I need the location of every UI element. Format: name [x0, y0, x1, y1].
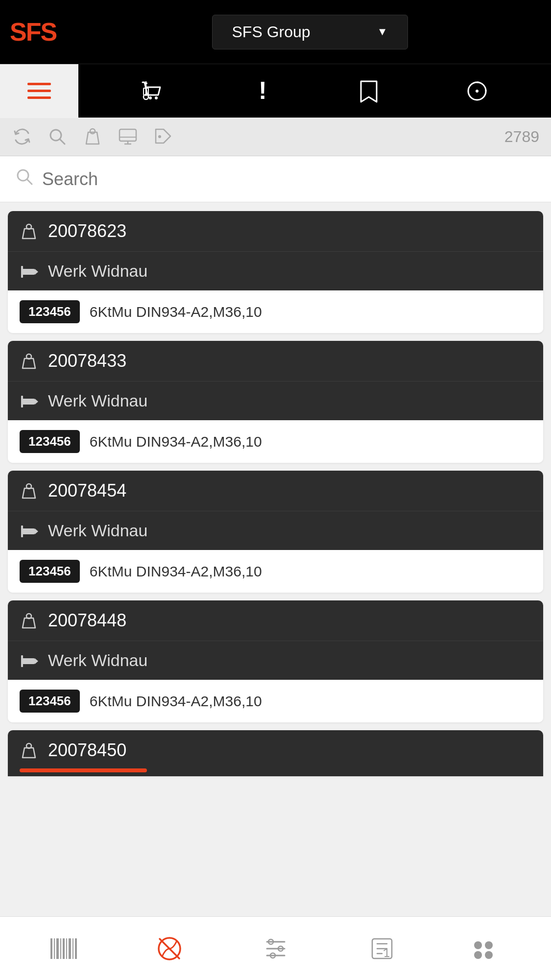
tag-icon: [153, 126, 173, 147]
filter-list-icon: [262, 935, 289, 962]
order-id: 20078450: [48, 740, 126, 761]
group-dropdown[interactable]: SFS Group ▼: [212, 15, 408, 49]
svg-point-1: [155, 96, 158, 99]
menu-button[interactable]: [0, 64, 78, 118]
svg-point-60: [485, 941, 493, 949]
refresh-nav-button[interactable]: [460, 74, 494, 108]
svg-marker-34: [35, 658, 38, 664]
card-id-row: 20078454: [8, 471, 543, 511]
card-footer: 123456 6KtMu DIN934-A2,M36,10: [8, 290, 543, 333]
card-header: 20078454 Werk Widnau: [8, 471, 543, 550]
hamburger-line-2: [27, 90, 51, 92]
location-arrow-icon: [20, 392, 38, 410]
item-count: 2789: [504, 128, 539, 146]
location-arrow-icon: [20, 262, 38, 281]
svg-rect-33: [21, 658, 35, 664]
barcode-tab-button[interactable]: [34, 929, 93, 968]
svg-rect-35: [21, 655, 23, 667]
svg-rect-39: [56, 938, 59, 959]
weight-icon: [20, 611, 38, 630]
card-location-row: Werk Widnau: [8, 252, 543, 290]
tag-filter-button[interactable]: [153, 126, 173, 147]
alert-icon: !: [248, 78, 273, 104]
order-card[interactable]: 20078433 Werk Widnau 123456 6KtMu DIN934…: [8, 341, 543, 463]
sort-icon: [368, 935, 396, 962]
spacer: [8, 784, 543, 858]
monitor-icon: [118, 126, 138, 147]
svg-rect-29: [21, 528, 35, 534]
card-id-row: 20078623: [8, 211, 543, 252]
search-input[interactable]: [42, 169, 536, 190]
order-location: Werk Widnau: [48, 651, 147, 670]
order-description: 6KtMu DIN934-A2,M36,10: [90, 304, 262, 320]
search-magnifier-icon: [15, 167, 34, 187]
svg-rect-43: [69, 938, 71, 959]
svg-point-9: [476, 90, 479, 93]
search-filter-button[interactable]: [47, 126, 68, 147]
cart-nav-button[interactable]: [135, 74, 169, 108]
monitor-filter-button[interactable]: [118, 126, 138, 147]
progress-bar: [20, 768, 147, 772]
order-id: 20078433: [48, 351, 126, 371]
bookmark-nav-button[interactable]: [352, 74, 386, 108]
order-description: 6KtMu DIN934-A2,M36,10: [90, 563, 262, 580]
order-id: 20078623: [48, 221, 126, 241]
weight-filter-button[interactable]: [82, 126, 103, 147]
search-bar: [0, 156, 551, 202]
weight-filter-icon: [82, 126, 103, 147]
order-tag: 123456: [20, 690, 80, 713]
card-location-row: Werk Widnau: [8, 511, 543, 550]
svg-point-12: [90, 129, 95, 134]
svg-rect-21: [21, 269, 35, 275]
card-header: 20078433 Werk Widnau: [8, 341, 543, 420]
svg-line-11: [60, 139, 65, 144]
svg-point-0: [149, 96, 152, 99]
sync-filter-button[interactable]: [12, 126, 32, 147]
order-card[interactable]: 20078448 Werk Widnau 123456 6KtMu DIN934…: [8, 600, 543, 722]
weight-icon: [20, 741, 38, 760]
svg-point-17: [158, 135, 161, 138]
order-location: Werk Widnau: [48, 262, 147, 281]
partial-id-row: 20078450: [8, 730, 543, 770]
location-arrow-icon: [20, 651, 38, 670]
card-footer: 123456 6KtMu DIN934-A2,M36,10: [8, 550, 543, 593]
card-header: 20078448 Werk Widnau: [8, 600, 543, 680]
svg-marker-30: [35, 528, 38, 534]
nav-bar: !: [0, 64, 551, 118]
search-icon: [15, 167, 34, 191]
no-signal-tab-button[interactable]: [140, 929, 199, 968]
svg-rect-38: [54, 938, 55, 959]
filter-bar: 2789: [0, 118, 551, 156]
more-tab-button[interactable]: [459, 929, 518, 968]
svg-rect-42: [66, 938, 67, 959]
svg-rect-31: [21, 526, 23, 537]
svg-rect-45: [75, 938, 77, 959]
card-id-row: 20078448: [8, 600, 543, 641]
order-card-partial[interactable]: 20078450: [8, 730, 543, 776]
sync-icon: [12, 126, 32, 147]
card-id-row: 20078433: [8, 341, 543, 382]
bookmark-icon: [356, 78, 382, 104]
order-card[interactable]: 20078454 Werk Widnau 123456 6KtMu DIN934…: [8, 471, 543, 593]
order-location: Werk Widnau: [48, 521, 147, 540]
sort-tab-button[interactable]: [353, 929, 411, 968]
order-card[interactable]: 20078623 Werk Widnau 123456 6KtMu DIN934…: [8, 211, 543, 333]
hamburger-icon: [27, 83, 51, 99]
svg-rect-40: [60, 938, 61, 959]
order-tag: 123456: [20, 300, 80, 323]
location-arrow-icon: [20, 522, 38, 540]
weight-icon: [20, 222, 38, 240]
order-location: Werk Widnau: [48, 391, 147, 410]
svg-rect-37: [50, 938, 52, 959]
filter-list-tab-button[interactable]: [246, 929, 305, 968]
logo-area: SFS: [10, 17, 78, 47]
hamburger-line-3: [27, 96, 51, 99]
no-signal-icon: [156, 935, 183, 962]
card-location-row: Werk Widnau: [8, 641, 543, 680]
svg-rect-23: [21, 266, 23, 278]
refresh-icon: [464, 78, 490, 104]
alert-nav-button[interactable]: !: [243, 74, 278, 108]
order-id: 20078448: [48, 610, 126, 631]
order-tag: 123456: [20, 430, 80, 453]
svg-line-19: [27, 179, 32, 184]
